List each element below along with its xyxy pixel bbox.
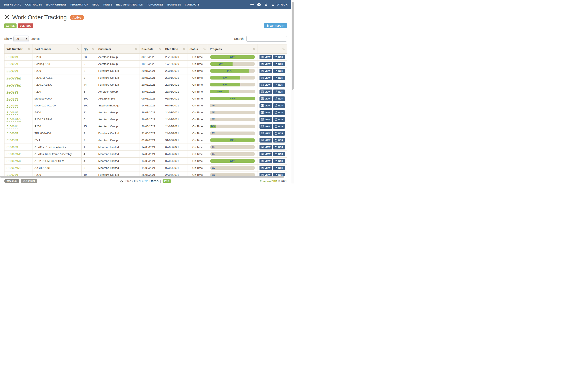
wo-number-link[interactable]: S10061/2/3 [7,118,21,122]
wo-number-link[interactable]: S10054/1 [7,97,18,101]
view-button[interactable]: VIEW [259,145,272,150]
wo-number-link[interactable]: S10076/1 [7,173,18,176]
ncr-button[interactable]: NCR [273,159,285,163]
horizontal-scrollbar-thumb[interactable] [0,176,284,178]
ncr-button[interactable]: NCR [273,69,285,73]
nav-item-business[interactable]: BUSINESS [167,3,181,6]
filter-row: ACTIVE OVERDUE WIP REPORT [4,23,287,28]
ncr-button[interactable]: NCR [273,152,285,156]
column-header[interactable]: Qty [81,44,96,54]
wo-number-link[interactable]: S10026/1 [7,62,18,66]
overdue-filter-button[interactable]: OVERDUE [18,24,33,28]
ncr-button[interactable]: NCR [273,62,285,66]
status-cell: On Time [187,88,208,95]
progress-cell: 67% [208,75,257,81]
ncr-button[interactable]: NCR [273,55,285,59]
vertical-scrollbar-thumb[interactable] [292,2,294,90]
user-menu[interactable]: PATRICK [271,3,287,6]
ncr-button[interactable]: NCR [273,124,285,129]
ship-date-cell: 07/05/2021 [163,158,187,165]
ncr-button[interactable]: NCR [273,96,285,101]
settings-icon[interactable] [264,3,268,7]
part-number-cell: P200 [32,67,81,75]
entries-select[interactable]: 20 ▲▼ [13,36,29,42]
wo-number-link[interactable]: S10067/1/2 [7,152,21,156]
ncr-button[interactable]: NCR [273,103,285,108]
ncr-button[interactable]: NCR [273,138,285,142]
progress-bar: 67% [210,83,255,86]
actions-cell: VIEW NCR [258,151,287,158]
view-button[interactable]: VIEW [259,131,272,136]
ncr-button[interactable]: NCR [273,173,285,176]
view-button[interactable]: VIEW [259,55,272,59]
customer-cell: Moorend Limited [96,144,139,151]
view-button[interactable]: VIEW [259,159,272,163]
ncr-button[interactable]: NCR [273,90,285,94]
list-icon [261,118,264,120]
column-header[interactable]: Status [187,44,208,54]
ncr-button[interactable]: NCR [273,117,285,122]
nav-item-contracts[interactable]: CONTRACTS [25,3,42,6]
nav-item-bill-of-materials[interactable]: BILL OF MATERIALS [116,3,143,6]
view-button[interactable]: VIEW [259,103,272,108]
view-button[interactable]: VIEW [259,166,272,170]
view-button[interactable]: VIEW [259,90,272,94]
view-button[interactable]: VIEW [259,76,272,80]
wo-number-link[interactable]: S10031/1 [7,90,18,94]
page-header: Work Order Tracking Active [4,14,287,21]
ncr-button[interactable]: NCR [273,110,285,115]
wo-number-link[interactable]: S10055/1 [7,139,18,142]
ship-date-cell: 07/05/2021 [163,151,187,158]
search-input[interactable] [246,36,287,42]
ncr-button[interactable]: NCR [273,145,285,150]
active-filter-button[interactable]: ACTIVE [4,24,17,28]
ncr-button[interactable]: NCR [273,76,285,80]
nav-item-parts[interactable]: PARTS [104,3,112,6]
view-button[interactable]: VIEW [259,62,272,66]
wo-number-link[interactable]: S10020/1 [7,55,18,59]
view-button[interactable]: VIEW [259,138,272,142]
column-header[interactable]: Progress [208,44,257,54]
wo-number-link[interactable]: S10030/1/3 [7,83,21,87]
column-header[interactable]: WO Number [4,44,33,54]
week-badge: Week: 43 [4,179,19,183]
wo-number-link[interactable]: S10060/1 [7,132,18,135]
external-link-icon [275,146,277,149]
plus-icon[interactable] [250,3,254,6]
list-icon [261,167,264,169]
ncr-button[interactable]: NCR [273,83,285,87]
wo-number-link[interactable]: S10030/1 [7,69,18,73]
column-header[interactable] [258,44,287,54]
progress-label: 43% [210,90,229,93]
wip-report-button[interactable]: WIP REPORT [264,23,287,28]
view-button[interactable]: VIEW [259,96,272,101]
view-button[interactable]: VIEW [259,69,272,73]
column-header[interactable]: Ship Date [163,44,187,54]
wo-number-link[interactable]: S10030/1/2 [7,76,21,80]
view-button[interactable]: VIEW [259,83,272,87]
column-header[interactable]: Part Number [32,44,81,54]
nav-item-sfdc[interactable]: SFDC [92,3,100,6]
nav-item-work-orders[interactable]: WORK ORDERS [46,3,67,6]
view-button[interactable]: VIEW [259,117,272,122]
help-icon[interactable]: ? [257,3,261,6]
view-button[interactable]: VIEW [259,124,272,129]
wo-number-link[interactable]: S10061/2 [7,111,18,115]
nav-item-dashboard[interactable]: DASHBOARD [4,3,21,6]
column-header[interactable]: Customer [96,44,139,54]
view-button[interactable]: VIEW [259,152,272,156]
ncr-button[interactable]: NCR [273,166,285,170]
nav-item-purchases[interactable]: PURCHASES [147,3,164,6]
column-header[interactable]: Due Date [139,44,163,54]
nav-item-contacts[interactable]: CONTACTS [185,3,200,6]
wo-number-link[interactable]: S10067/1/4 [7,166,21,170]
progress-bar: 50% [210,62,255,66]
wo-number-link[interactable]: S10067/1/3 [7,159,21,163]
nav-item-production[interactable]: PRODUCTION [70,3,88,6]
wo-number-link[interactable]: S10067/1 [7,146,18,149]
ncr-button[interactable]: NCR [273,131,285,136]
view-button[interactable]: VIEW [259,173,272,176]
wo-number-link[interactable]: S10061/4 [7,125,18,128]
view-button[interactable]: VIEW [259,110,272,115]
wo-number-link[interactable]: S10059/1 [7,104,18,108]
